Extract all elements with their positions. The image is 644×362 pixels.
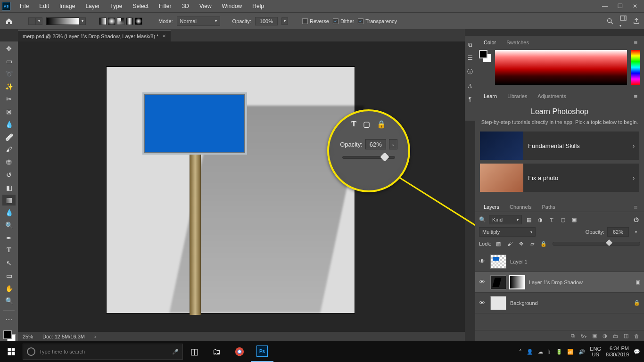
gradient-reflected-icon[interactable]: [126, 17, 133, 25]
layer-filter-select[interactable]: Kind▾: [489, 215, 522, 224]
pen-tool-icon[interactable]: ✒: [2, 232, 16, 243]
menu-view[interactable]: View: [195, 1, 216, 11]
menu-help[interactable]: Help: [248, 1, 269, 11]
tab-paths[interactable]: Paths: [537, 202, 560, 212]
link-layers-icon[interactable]: ⧉: [571, 333, 575, 339]
character-panel-icon[interactable]: A: [468, 82, 471, 90]
menu-filter[interactable]: Filter: [154, 1, 176, 11]
layer-thumbnail[interactable]: [490, 296, 506, 310]
share-icon[interactable]: [633, 17, 640, 25]
zoom-tool-icon[interactable]: 🔍: [2, 296, 16, 306]
panel-menu-icon[interactable]: ≡: [631, 39, 640, 46]
battery-icon[interactable]: 🔋: [556, 349, 562, 355]
layer-name[interactable]: Layer 1: [510, 259, 528, 264]
fg-swatch[interactable]: [479, 50, 487, 58]
new-adjustment-icon[interactable]: ◑: [603, 333, 607, 339]
slider-thumb-icon[interactable]: [606, 239, 612, 246]
file-explorer-icon[interactable]: 🗂: [206, 341, 228, 362]
new-group-icon[interactable]: 🗀: [613, 333, 618, 339]
layers-opacity-slider[interactable]: [553, 242, 640, 246]
panel-menu-icon[interactable]: ≡: [631, 204, 640, 211]
status-chevron-icon[interactable]: ›: [94, 334, 96, 339]
search-icon[interactable]: [606, 17, 614, 25]
lock-pixels-icon[interactable]: 🖌: [505, 239, 514, 248]
bluetooth-icon[interactable]: ᛒ: [548, 349, 551, 354]
menu-image[interactable]: Image: [55, 1, 80, 11]
mic-icon[interactable]: 🎤: [172, 349, 179, 355]
filter-type-icon[interactable]: T: [547, 215, 556, 224]
chrome-icon[interactable]: [228, 341, 251, 362]
hand-tool-icon[interactable]: ✋: [2, 283, 16, 294]
action-center-icon[interactable]: 💬: [634, 349, 640, 355]
brush-tool-icon[interactable]: 🖌: [2, 144, 16, 155]
paragraph-panel-icon[interactable]: ¶: [469, 96, 471, 103]
learn-card-fix-photo[interactable]: Fix a photo ›: [480, 164, 639, 192]
lock-all-icon[interactable]: 🔒: [539, 239, 548, 248]
layer-row[interactable]: 👁 Layer 1's Drop Shadow ▣: [475, 272, 644, 293]
taskbar-search[interactable]: Type here to search 🎤: [23, 344, 183, 360]
slider-thumb-icon[interactable]: [380, 152, 389, 162]
frame-tool-icon[interactable]: ⊠: [2, 107, 16, 117]
window-restore-icon[interactable]: ❐: [613, 3, 627, 9]
lasso-tool-icon[interactable]: ➰: [2, 69, 16, 80]
filter-smart-icon[interactable]: ▣: [570, 215, 578, 224]
volume-icon[interactable]: 🔊: [578, 349, 585, 355]
layer-name[interactable]: Layer 1's Drop Shadow: [529, 280, 583, 285]
wifi-icon[interactable]: 📶: [567, 349, 574, 355]
dither-checkbox[interactable]: ✓: [333, 18, 339, 24]
layer-thumbnail[interactable]: [490, 275, 506, 289]
canvas-area[interactable]: 25% Doc: 12.5M/16.3M ›: [18, 41, 465, 341]
document-tab[interactable]: merp.psd @ 25% (Layer 1's Drop Shadow, L…: [18, 30, 171, 41]
hue-slider[interactable]: [631, 50, 640, 85]
lock-transparency-icon[interactable]: ▨: [494, 239, 503, 248]
reverse-checkbox[interactable]: [302, 18, 308, 24]
eyedropper-tool-icon[interactable]: 💧: [2, 119, 16, 130]
menu-3d[interactable]: 3D: [177, 1, 193, 11]
crop-tool-icon[interactable]: ✂: [2, 94, 16, 105]
path-select-tool-icon[interactable]: ↖: [2, 258, 16, 269]
tab-libraries[interactable]: Libraries: [503, 91, 532, 101]
menu-select[interactable]: Select: [128, 1, 153, 11]
window-close-icon[interactable]: ✕: [628, 3, 642, 9]
layer-thumbnail[interactable]: [490, 255, 506, 269]
learn-card-fundamentals[interactable]: Fundamental Skills ›: [480, 132, 639, 160]
chevron-down-icon[interactable]: ▾: [632, 228, 640, 236]
zoom-level[interactable]: 25%: [23, 334, 33, 339]
opacity-field[interactable]: 100%: [255, 17, 278, 25]
filter-shape-icon[interactable]: ▢: [559, 215, 567, 224]
visibility-toggle-icon[interactable]: 👁: [479, 299, 487, 306]
history-panel-icon[interactable]: ⧉: [468, 41, 472, 48]
gradient-radial-icon[interactable]: [108, 17, 116, 25]
foreground-background-swatch[interactable]: [2, 329, 16, 341]
tab-swatches[interactable]: Swatches: [502, 38, 534, 47]
tab-channels[interactable]: Channels: [505, 202, 536, 212]
menu-window[interactable]: Window: [217, 1, 247, 11]
gradient-preview[interactable]: [46, 17, 79, 25]
gradient-linear-icon[interactable]: [99, 17, 107, 25]
mode-select[interactable]: Normal▾: [177, 16, 220, 26]
foreground-color-swatch[interactable]: [3, 330, 12, 339]
photoshop-taskbar-icon[interactable]: Ps: [251, 341, 273, 362]
tray-language[interactable]: ENG: [590, 346, 601, 352]
workspace-switcher-icon[interactable]: ▾: [619, 15, 627, 28]
callout-opacity-value[interactable]: 62%: [365, 139, 386, 149]
menu-layer[interactable]: Layer: [81, 1, 104, 11]
layers-opacity-field[interactable]: 62%: [607, 227, 629, 237]
tool-preset-dropdown[interactable]: ▾: [36, 17, 42, 25]
search-icon[interactable]: 🔍: [479, 216, 486, 223]
panel-menu-icon[interactable]: ≡: [631, 93, 640, 100]
color-field[interactable]: [495, 50, 627, 85]
menu-file[interactable]: File: [15, 1, 33, 11]
type-tool-icon[interactable]: T: [2, 245, 16, 256]
lock-artboard-icon[interactable]: ▱: [528, 239, 537, 248]
add-mask-icon[interactable]: ▣: [592, 333, 597, 339]
tray-overflow-icon[interactable]: ˄: [519, 349, 522, 355]
layer-row[interactable]: 👁 Layer 1: [475, 251, 644, 272]
delete-layer-icon[interactable]: 🗑: [634, 333, 639, 339]
menu-edit[interactable]: Edit: [34, 1, 54, 11]
tool-preset-icon[interactable]: [28, 17, 36, 25]
tab-adjustments[interactable]: Adjustments: [533, 91, 571, 101]
edit-toolbar-icon[interactable]: ⋯: [2, 314, 16, 325]
dodge-tool-icon[interactable]: 🔍: [2, 220, 16, 231]
quick-select-tool-icon[interactable]: ✨: [2, 81, 16, 92]
